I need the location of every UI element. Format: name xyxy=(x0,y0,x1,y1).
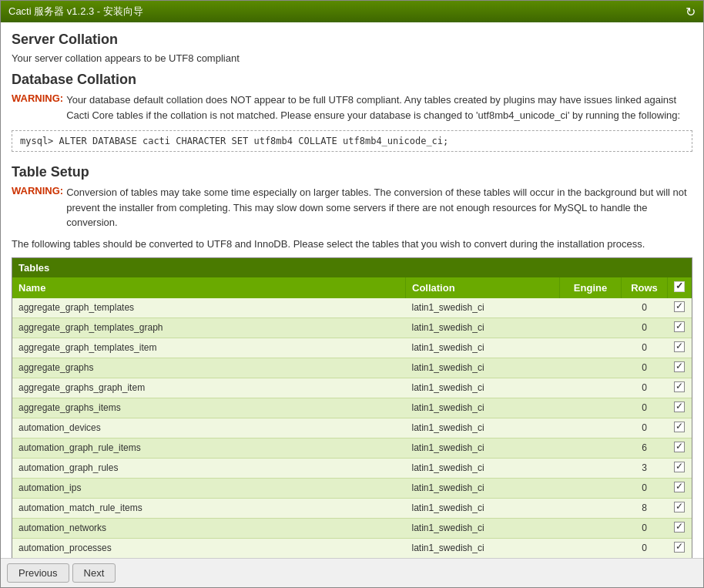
table-row-rows: 0 xyxy=(622,358,668,378)
table-row-checkbox[interactable] xyxy=(674,301,685,312)
table-row-name: automation_processes xyxy=(12,538,406,558)
col-engine-header: Engine xyxy=(560,277,622,298)
table-row-checkbox-cell[interactable] xyxy=(668,298,692,318)
table-row-checkbox-cell[interactable] xyxy=(668,378,692,398)
refresh-icon[interactable]: ↻ xyxy=(686,5,696,19)
table-row-checkbox[interactable] xyxy=(674,522,685,533)
table-row: aggregate_graphs_graph_itemlatin1_swedis… xyxy=(12,378,692,398)
table-row-collation: latin1_swedish_ci xyxy=(406,338,560,358)
table-row: aggregate_graphslatin1_swedish_ci0 xyxy=(12,358,692,378)
table-row-engine xyxy=(560,438,622,458)
table-row-checkbox[interactable] xyxy=(674,502,685,512)
col-name-header: Name xyxy=(12,277,406,298)
table-row-rows: 0 xyxy=(622,538,668,558)
select-all-checkbox[interactable] xyxy=(674,281,685,292)
table-row-rows: 0 xyxy=(622,298,668,318)
table-row-name: automation_ips xyxy=(12,478,406,498)
server-collation-text: Your server collation appears to be UTF8… xyxy=(12,52,692,64)
next-button[interactable]: Next xyxy=(72,563,116,583)
table-row-checkbox[interactable] xyxy=(674,402,685,412)
table-row-engine xyxy=(560,478,622,498)
table-setup-heading: Table Setup xyxy=(12,164,692,180)
tables-header-label: Tables xyxy=(12,258,692,277)
table-row-engine xyxy=(560,418,622,438)
table-row-checkbox-cell[interactable] xyxy=(668,318,692,338)
table-row-checkbox[interactable] xyxy=(674,462,685,472)
table-header-row: Name Collation Engine Rows xyxy=(12,277,692,298)
table-warning-text: Conversion of tables may take some time … xyxy=(66,185,692,230)
table-row-collation: latin1_swedish_ci xyxy=(406,538,560,558)
table-row-name: aggregate_graph_templates_item xyxy=(12,338,406,358)
table-row-collation: latin1_swedish_ci xyxy=(406,358,560,378)
database-collation-heading: Database Collation xyxy=(12,72,692,88)
table-row-collation: latin1_swedish_ci xyxy=(406,458,560,478)
table-row-checkbox[interactable] xyxy=(674,321,685,332)
table-row-checkbox-cell[interactable] xyxy=(668,438,692,458)
table-row-collation: latin1_swedish_ci xyxy=(406,318,560,338)
table-row-checkbox-cell[interactable] xyxy=(668,398,692,418)
content-area: Server Collation Your server collation a… xyxy=(1,22,703,558)
database-collation-warning: WARNING: Your database default collation… xyxy=(12,92,692,123)
table-row-name: automation_match_rule_items xyxy=(12,498,406,518)
table-row: aggregate_graph_templates_itemlatin1_swe… xyxy=(12,338,692,358)
col-check-header[interactable] xyxy=(668,277,692,298)
table-row-checkbox-cell[interactable] xyxy=(668,418,692,438)
table-row-engine xyxy=(560,358,622,378)
table-row-engine xyxy=(560,378,622,398)
previous-button[interactable]: Previous xyxy=(7,563,69,583)
table-row-checkbox-cell[interactable] xyxy=(668,358,692,378)
table-row: automation_deviceslatin1_swedish_ci0 xyxy=(12,418,692,438)
footer-bar: Previous Next xyxy=(1,558,703,587)
table-row-checkbox-cell[interactable] xyxy=(668,338,692,358)
title-bar: Cacti 服务器 v1.2.3 - 安装向导 ↻ xyxy=(1,1,703,22)
tables-table: Name Collation Engine Rows aggregate_gra… xyxy=(12,277,692,559)
table-row-engine xyxy=(560,398,622,418)
table-row: automation_networkslatin1_swedish_ci0 xyxy=(12,518,692,538)
table-row-rows: 0 xyxy=(622,318,668,338)
table-row-name: automation_networks xyxy=(12,518,406,538)
table-row-checkbox[interactable] xyxy=(674,422,685,432)
table-row-rows: 0 xyxy=(622,518,668,538)
table-row-rows: 0 xyxy=(622,418,668,438)
table-row-rows: 0 xyxy=(622,378,668,398)
table-row-name: aggregate_graphs xyxy=(12,358,406,378)
table-row-checkbox[interactable] xyxy=(674,542,685,553)
table-row-collation: latin1_swedish_ci xyxy=(406,438,560,458)
table-row-collation: latin1_swedish_ci xyxy=(406,378,560,398)
table-row: automation_graph_rule_itemslatin1_swedis… xyxy=(12,438,692,458)
table-setup-description: The following tables should be converted… xyxy=(12,238,692,250)
table-row-collation: latin1_swedish_ci xyxy=(406,478,560,498)
table-row-collation: latin1_swedish_ci xyxy=(406,518,560,538)
table-row-checkbox-cell[interactable] xyxy=(668,458,692,478)
table-row-checkbox[interactable] xyxy=(674,361,685,372)
alter-database-command: mysql> ALTER DATABASE cacti CHARACTER SE… xyxy=(12,130,692,152)
table-row-engine xyxy=(560,498,622,518)
table-row-checkbox[interactable] xyxy=(674,482,685,492)
table-row-name: automation_devices xyxy=(12,418,406,438)
table-row-name: automation_graph_rules xyxy=(12,458,406,478)
table-row-engine xyxy=(560,338,622,358)
table-row-name: aggregate_graph_templates_graph xyxy=(12,318,406,338)
table-row: automation_ipslatin1_swedish_ci0 xyxy=(12,478,692,498)
table-row-collation: latin1_swedish_ci xyxy=(406,398,560,418)
table-row-checkbox-cell[interactable] xyxy=(668,478,692,498)
server-collation-heading: Server Collation xyxy=(12,32,692,48)
table-row-rows: 0 xyxy=(622,478,668,498)
table-row-rows: 0 xyxy=(622,338,668,358)
table-row-checkbox[interactable] xyxy=(674,381,685,392)
table-row: automation_graph_ruleslatin1_swedish_ci3 xyxy=(12,458,692,478)
table-warning-label: WARNING: xyxy=(12,185,63,230)
title-bar-text: Cacti 服务器 v1.2.3 - 安装向导 xyxy=(8,5,143,18)
table-row: aggregate_graph_templateslatin1_swedish_… xyxy=(12,298,692,318)
table-row-engine xyxy=(560,538,622,558)
table-row: automation_processeslatin1_swedish_ci0 xyxy=(12,538,692,558)
table-row-rows: 0 xyxy=(622,398,668,418)
table-row: aggregate_graph_templates_graphlatin1_sw… xyxy=(12,318,692,338)
table-row-checkbox-cell[interactable] xyxy=(668,498,692,518)
table-row-checkbox[interactable] xyxy=(674,341,685,352)
table-row-checkbox-cell[interactable] xyxy=(668,518,692,538)
app-window: Cacti 服务器 v1.2.3 - 安装向导 ↻ Server Collati… xyxy=(0,0,704,588)
table-row-rows: 8 xyxy=(622,498,668,518)
table-row-checkbox[interactable] xyxy=(674,442,685,452)
table-row-checkbox-cell[interactable] xyxy=(668,538,692,558)
